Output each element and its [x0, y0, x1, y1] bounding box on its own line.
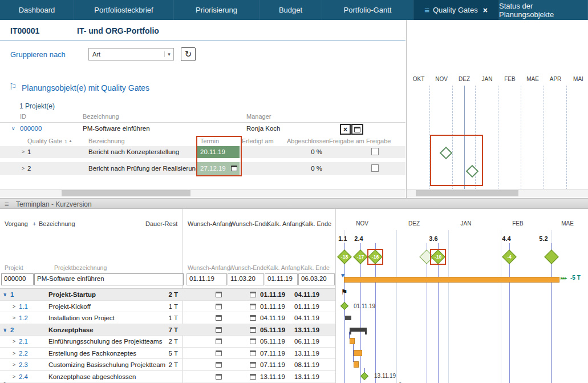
col-header-kalk-anfang[interactable]: Kalk. Anfang	[266, 264, 300, 271]
freigabe-checkbox[interactable]	[371, 148, 379, 155]
expand-toggle-icon[interactable]: >	[13, 374, 15, 380]
tab-priorisierung[interactable]: Priorisierung	[174, 0, 259, 20]
col-header-bezeichnung[interactable]: Bezeichnung	[83, 113, 119, 120]
col-header-wunsch-ende[interactable]: Wunsch-Ende	[229, 264, 267, 271]
calendar-icon[interactable]	[250, 327, 256, 333]
col-header-wunsch-anfang[interactable]: Wunsch-Anfang	[188, 264, 230, 271]
col-header-quality-gate[interactable]: Quality Gate	[27, 138, 62, 144]
task-milestone-diamond[interactable]	[360, 372, 368, 380]
task-id[interactable]: 1	[10, 291, 14, 298]
task-row[interactable]: > 1.2 Installation von Project 1 T 04.11…	[0, 312, 335, 324]
calendar-button[interactable]	[351, 124, 363, 135]
expand-all-icon[interactable]: +	[33, 220, 36, 227]
tab-status-der-planungsobjekte[interactable]: Status der Planungsobjekte	[499, 0, 588, 20]
freigabe-checkbox[interactable]	[371, 164, 379, 172]
project-wunsch-ende[interactable]: 11.03.20	[228, 273, 264, 285]
calendar-icon[interactable]	[216, 362, 222, 368]
project-kalk-ende[interactable]: 06.03.20	[298, 273, 335, 285]
task-id[interactable]: 2.4	[19, 373, 28, 380]
gate-countdown-milestone[interactable]: -18	[338, 250, 351, 264]
col-header-kalk-ende[interactable]: Kalk. Ende	[301, 220, 331, 227]
col-header-id[interactable]: ID	[20, 113, 26, 120]
calendar-icon[interactable]	[250, 315, 256, 321]
task-id[interactable]: 1.2	[19, 315, 28, 321]
expand-toggle-icon[interactable]: ∨	[11, 126, 15, 131]
horizontal-scrollbar[interactable]: ◄ ►	[0, 189, 405, 197]
col-header-wunsch-anfang[interactable]: Wunsch-Anfang	[188, 220, 232, 227]
expand-toggle-icon[interactable]: >	[13, 362, 15, 368]
hamburger-menu-icon[interactable]: ≡	[424, 5, 429, 15]
col-header-abgeschlossen[interactable]: Abgeschlossen	[287, 138, 330, 144]
calendar-icon[interactable]	[216, 374, 222, 380]
hamburger-menu-icon[interactable]: ≡	[5, 200, 9, 208]
col-header-projektbezeichnung[interactable]: Projektbezeichnung	[54, 264, 107, 271]
task-row[interactable]: > 2.2 Erstellung des Fachkonzeptes 5 T 0…	[0, 348, 335, 360]
flag-milestone-icon[interactable]: ⚑	[341, 288, 348, 296]
calendar-icon[interactable]	[250, 304, 256, 309]
expand-toggle-icon[interactable]: ∨	[3, 292, 7, 297]
col-header-freigabe[interactable]: Freigabe	[366, 138, 391, 144]
expand-toggle-icon[interactable]: ∨	[3, 327, 7, 333]
task-bar[interactable]	[354, 361, 359, 368]
task-id[interactable]: 1.1	[19, 303, 28, 310]
project-id-field[interactable]: 000000	[1, 273, 34, 285]
task-row[interactable]: > 2.4 Konzeptphase abgeschlossen 13.11.1…	[0, 371, 335, 383]
project-id[interactable]: 000000	[20, 125, 42, 132]
calendar-icon[interactable]	[216, 304, 222, 309]
task-bar[interactable]	[354, 350, 362, 356]
task-row[interactable]: > 1.1 Projekt-Kickoff 1 T 01.11.19 01.11…	[0, 301, 335, 313]
col-header-kalk-anfang[interactable]: Kalk. Anfang	[267, 220, 302, 227]
col-header-vorgang[interactable]: Vorgang	[5, 220, 28, 227]
task-id[interactable]: 2.3	[19, 361, 28, 368]
calendar-icon[interactable]	[250, 374, 256, 380]
close-tab-icon[interactable]: ×	[483, 6, 488, 15]
project-summary-bar[interactable]	[344, 277, 559, 283]
gate-countdown-milestone[interactable]: -17	[354, 250, 367, 264]
task-milestone-diamond[interactable]	[340, 302, 348, 310]
calendar-icon[interactable]	[216, 338, 222, 344]
task-row[interactable]: > 2.3 Customizing Basisschulung Projektt…	[0, 359, 335, 371]
calendar-icon[interactable]	[216, 327, 222, 333]
tab-portfoliosteckbrief[interactable]: Portfoliosteckbrief	[74, 0, 174, 20]
calendar-icon[interactable]	[250, 362, 256, 368]
expand-toggle-icon[interactable]: >	[13, 338, 15, 344]
task-id[interactable]: 2	[10, 326, 14, 333]
gate-countdown-milestone[interactable]	[545, 250, 558, 264]
expand-toggle-icon[interactable]: >	[13, 350, 15, 356]
col-header-freigabe-am[interactable]: Freigabe am	[329, 138, 364, 144]
gate-countdown-milestone[interactable]: -4	[502, 250, 516, 264]
expand-toggle-icon[interactable]: >	[13, 315, 15, 321]
refresh-button[interactable]: ↻	[181, 47, 196, 61]
calendar-icon[interactable]	[250, 292, 256, 297]
calendar-icon[interactable]	[216, 350, 222, 356]
calendar-icon[interactable]	[216, 315, 222, 321]
task-row[interactable]: ∨ 1 Projekt-Startup 2 T 01.11.19 04.11.1…	[0, 289, 335, 301]
project-row[interactable]: ∨ 000000 PM-Software einführen Ronja Koc…	[0, 123, 405, 135]
col-header-wunsch-ende[interactable]: Wunsch-Ende	[230, 220, 269, 227]
col-header-kalk-ende[interactable]: Kalk. Ende	[301, 264, 330, 271]
task-id[interactable]: 2.2	[19, 350, 28, 357]
task-bar[interactable]	[345, 316, 351, 320]
expand-toggle-icon[interactable]: >	[13, 304, 15, 309]
col-header-manager[interactable]: Manager	[246, 113, 271, 120]
tab-portfolio-gantt[interactable]: Portfolio-Gantt	[322, 0, 413, 20]
col-header-bezeichnung[interactable]: Bezeichnung	[39, 220, 75, 227]
col-header-dauer-rest[interactable]: Dauer-Rest	[145, 220, 177, 227]
col-header-erledigt-am[interactable]: Erledigt am	[242, 138, 274, 144]
task-row[interactable]: > 2.1 Einführungsschulung des Projekttea…	[0, 336, 335, 348]
clear-button[interactable]: ×	[340, 124, 351, 135]
task-row[interactable]: ∨ 2 Konzeptphase 7 T 05.11.19 13.11.19	[0, 324, 335, 336]
tab-quality-gates[interactable]: ≡ Quality Gates ×	[413, 0, 499, 20]
col-header-gate-bezeichnung[interactable]: Bezeichnung	[88, 138, 125, 144]
expand-toggle-icon[interactable]: >	[22, 149, 25, 155]
tab-dashboard[interactable]: Dashboard	[0, 0, 74, 20]
project-kalk-anfang[interactable]: 01.11.19	[265, 273, 298, 285]
scrollbar-thumb[interactable]	[416, 190, 518, 196]
expand-toggle-icon[interactable]: >	[22, 166, 25, 171]
task-id[interactable]: 2.1	[19, 338, 28, 345]
task-bar[interactable]	[350, 338, 355, 344]
scroll-right-icon[interactable]: ►	[399, 381, 403, 383]
calendar-icon[interactable]	[216, 292, 222, 297]
phase-summary-bar[interactable]	[350, 328, 367, 334]
project-name-field[interactable]: PM-Software einführen	[34, 273, 184, 285]
